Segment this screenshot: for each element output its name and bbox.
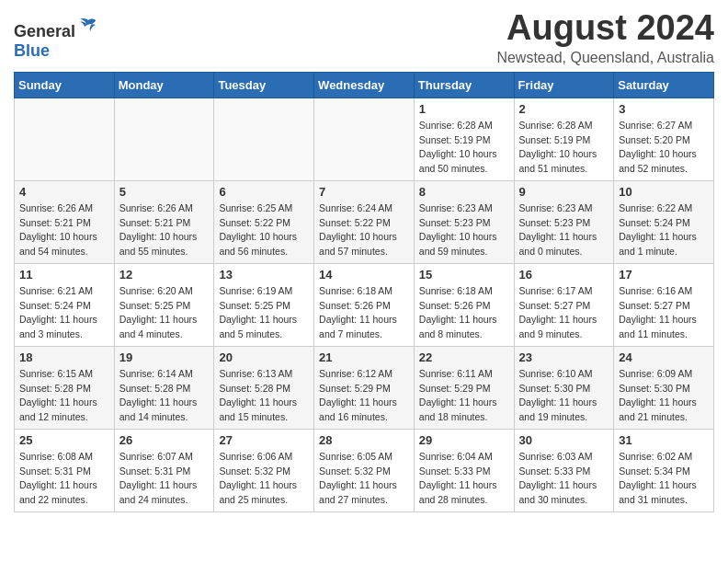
day-number: 29 (419, 433, 509, 447)
calendar-cell: 5Sunrise: 6:26 AM Sunset: 5:21 PM Daylig… (114, 180, 214, 263)
calendar-cell: 1Sunrise: 6:28 AM Sunset: 5:19 PM Daylig… (414, 98, 514, 180)
day-info: Sunrise: 6:24 AM Sunset: 5:22 PM Dayligh… (319, 201, 409, 259)
calendar-cell: 2Sunrise: 6:28 AM Sunset: 5:19 PM Daylig… (514, 98, 614, 180)
day-header-saturday: Saturday (614, 72, 714, 98)
calendar-cell: 19Sunrise: 6:14 AM Sunset: 5:28 PM Dayli… (114, 346, 214, 429)
calendar-cell: 27Sunrise: 6:06 AM Sunset: 5:32 PM Dayli… (214, 429, 314, 511)
day-info: Sunrise: 6:19 AM Sunset: 5:25 PM Dayligh… (219, 284, 309, 342)
calendar-cell: 28Sunrise: 6:05 AM Sunset: 5:32 PM Dayli… (314, 429, 415, 511)
day-number: 14 (319, 268, 409, 282)
day-info: Sunrise: 6:18 AM Sunset: 5:26 PM Dayligh… (419, 284, 509, 342)
day-info: Sunrise: 6:28 AM Sunset: 5:19 PM Dayligh… (419, 119, 509, 177)
day-number: 24 (619, 350, 709, 364)
week-row-3: 11Sunrise: 6:21 AM Sunset: 5:24 PM Dayli… (15, 263, 714, 346)
calendar-cell: 14Sunrise: 6:18 AM Sunset: 5:26 PM Dayli… (314, 263, 415, 346)
calendar-cell: 10Sunrise: 6:22 AM Sunset: 5:24 PM Dayli… (614, 180, 714, 263)
calendar-cell: 4Sunrise: 6:26 AM Sunset: 5:21 PM Daylig… (15, 180, 115, 263)
logo-text: General Blue (14, 15, 99, 61)
day-number: 4 (19, 185, 109, 199)
location-title: Newstead, Queensland, Australia (496, 50, 714, 66)
title-area: August 2024 Newstead, Queensland, Austra… (496, 9, 714, 66)
day-info: Sunrise: 6:06 AM Sunset: 5:32 PM Dayligh… (219, 450, 309, 508)
day-number: 15 (419, 268, 509, 282)
calendar-cell: 15Sunrise: 6:18 AM Sunset: 5:26 PM Dayli… (414, 263, 514, 346)
day-info: Sunrise: 6:25 AM Sunset: 5:22 PM Dayligh… (219, 201, 309, 259)
calendar-cell (314, 98, 415, 180)
calendar-cell (214, 98, 314, 180)
day-number: 21 (319, 350, 409, 364)
day-number: 1 (419, 102, 509, 116)
day-number: 23 (519, 350, 609, 364)
calendar-cell: 26Sunrise: 6:07 AM Sunset: 5:31 PM Dayli… (114, 429, 214, 511)
day-info: Sunrise: 6:07 AM Sunset: 5:31 PM Dayligh… (119, 450, 210, 508)
page-header: General Blue August 2024 Newstead, Queen… (14, 9, 714, 66)
day-number: 7 (319, 185, 409, 199)
day-number: 17 (619, 268, 709, 282)
calendar-cell: 3Sunrise: 6:27 AM Sunset: 5:20 PM Daylig… (614, 98, 714, 180)
day-number: 28 (319, 433, 409, 447)
day-number: 30 (519, 433, 609, 447)
logo-blue: Blue (14, 41, 50, 60)
day-number: 20 (219, 350, 309, 364)
calendar-header-row: SundayMondayTuesdayWednesdayThursdayFrid… (15, 72, 714, 98)
calendar-cell: 16Sunrise: 6:17 AM Sunset: 5:27 PM Dayli… (514, 263, 614, 346)
calendar-cell: 12Sunrise: 6:20 AM Sunset: 5:25 PM Dayli… (114, 263, 214, 346)
day-info: Sunrise: 6:14 AM Sunset: 5:28 PM Dayligh… (119, 367, 210, 425)
day-number: 22 (419, 350, 509, 364)
day-info: Sunrise: 6:18 AM Sunset: 5:26 PM Dayligh… (319, 284, 409, 342)
week-row-5: 25Sunrise: 6:08 AM Sunset: 5:31 PM Dayli… (15, 429, 714, 511)
day-info: Sunrise: 6:16 AM Sunset: 5:27 PM Dayligh… (619, 284, 709, 342)
day-info: Sunrise: 6:26 AM Sunset: 5:21 PM Dayligh… (119, 201, 210, 259)
day-number: 9 (519, 185, 609, 199)
day-info: Sunrise: 6:12 AM Sunset: 5:29 PM Dayligh… (319, 367, 409, 425)
day-header-monday: Monday (114, 72, 214, 98)
day-number: 26 (119, 433, 210, 447)
day-number: 5 (119, 185, 210, 199)
month-title: August 2024 (496, 9, 714, 48)
day-info: Sunrise: 6:23 AM Sunset: 5:23 PM Dayligh… (519, 201, 609, 259)
day-number: 8 (419, 185, 509, 199)
day-info: Sunrise: 6:11 AM Sunset: 5:29 PM Dayligh… (419, 367, 509, 425)
day-header-friday: Friday (514, 72, 614, 98)
calendar-cell: 13Sunrise: 6:19 AM Sunset: 5:25 PM Dayli… (214, 263, 314, 346)
calendar-cell (15, 98, 115, 180)
calendar-cell: 22Sunrise: 6:11 AM Sunset: 5:29 PM Dayli… (414, 346, 514, 429)
day-info: Sunrise: 6:10 AM Sunset: 5:30 PM Dayligh… (519, 367, 609, 425)
calendar-cell: 18Sunrise: 6:15 AM Sunset: 5:28 PM Dayli… (15, 346, 115, 429)
day-number: 27 (219, 433, 309, 447)
calendar-cell: 23Sunrise: 6:10 AM Sunset: 5:30 PM Dayli… (514, 346, 614, 429)
calendar-cell: 9Sunrise: 6:23 AM Sunset: 5:23 PM Daylig… (514, 180, 614, 263)
day-info: Sunrise: 6:03 AM Sunset: 5:33 PM Dayligh… (519, 450, 609, 508)
calendar-cell: 11Sunrise: 6:21 AM Sunset: 5:24 PM Dayli… (15, 263, 115, 346)
day-info: Sunrise: 6:05 AM Sunset: 5:32 PM Dayligh… (319, 450, 409, 508)
day-info: Sunrise: 6:02 AM Sunset: 5:34 PM Dayligh… (619, 450, 709, 508)
calendar-cell: 8Sunrise: 6:23 AM Sunset: 5:23 PM Daylig… (414, 180, 514, 263)
day-header-wednesday: Wednesday (314, 72, 415, 98)
calendar-cell: 31Sunrise: 6:02 AM Sunset: 5:34 PM Dayli… (614, 429, 714, 511)
day-number: 13 (219, 268, 309, 282)
day-info: Sunrise: 6:21 AM Sunset: 5:24 PM Dayligh… (19, 284, 109, 342)
day-number: 16 (519, 268, 609, 282)
day-header-thursday: Thursday (414, 72, 514, 98)
day-header-sunday: Sunday (15, 72, 115, 98)
day-number: 10 (619, 185, 709, 199)
day-number: 3 (619, 102, 709, 116)
day-info: Sunrise: 6:13 AM Sunset: 5:28 PM Dayligh… (219, 367, 309, 425)
day-info: Sunrise: 6:04 AM Sunset: 5:33 PM Dayligh… (419, 450, 509, 508)
logo-general: General (14, 22, 75, 40)
logo-bird-icon (77, 15, 99, 37)
logo: General Blue (14, 15, 99, 61)
day-number: 2 (519, 102, 609, 116)
day-number: 19 (119, 350, 210, 364)
day-number: 18 (19, 350, 109, 364)
calendar-cell: 20Sunrise: 6:13 AM Sunset: 5:28 PM Dayli… (214, 346, 314, 429)
calendar-cell: 17Sunrise: 6:16 AM Sunset: 5:27 PM Dayli… (614, 263, 714, 346)
week-row-1: 1Sunrise: 6:28 AM Sunset: 5:19 PM Daylig… (15, 98, 714, 180)
day-number: 31 (619, 433, 709, 447)
calendar-cell: 21Sunrise: 6:12 AM Sunset: 5:29 PM Dayli… (314, 346, 415, 429)
calendar-cell (114, 98, 214, 180)
day-info: Sunrise: 6:23 AM Sunset: 5:23 PM Dayligh… (419, 201, 509, 259)
day-info: Sunrise: 6:09 AM Sunset: 5:30 PM Dayligh… (619, 367, 709, 425)
calendar-cell: 6Sunrise: 6:25 AM Sunset: 5:22 PM Daylig… (214, 180, 314, 263)
calendar-cell: 24Sunrise: 6:09 AM Sunset: 5:30 PM Dayli… (614, 346, 714, 429)
